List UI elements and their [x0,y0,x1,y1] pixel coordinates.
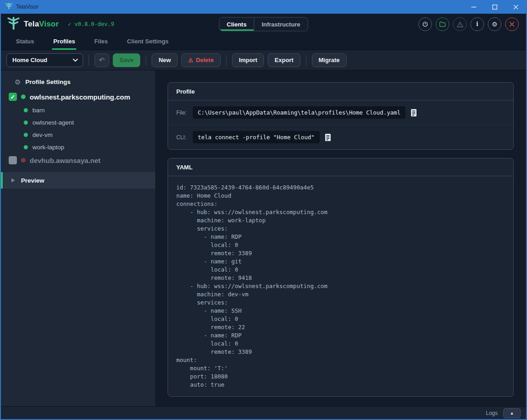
hub-name: devhub.awansaya.net [30,157,100,164]
export-button[interactable]: Export [268,53,300,67]
tab-bar: Status Profiles Files Client Settings [1,35,526,50]
main-panel: Profile File: C:\Users\paul\AppData\Roam… [156,70,526,406]
hub-name: owlsnest.parkscomputing.com [30,93,130,101]
hub-item-owlsnest[interactable]: ✓ owlsnest.parkscomputing.com [1,93,155,101]
chevron-down-icon [73,58,78,62]
gear-icon[interactable]: ⚙ [488,17,501,31]
warning-icon[interactable] [453,17,467,31]
profile-select-value: Home Cloud [12,57,47,63]
app-title: TelaVisor [24,20,59,29]
copy-icon [325,133,331,142]
file-field-row: File: C:\Users\paul\AppData\Roaming\tela… [168,100,513,125]
hub-checkbox[interactable]: ✓ [9,93,17,101]
window-title: TelaVisor [16,4,38,10]
status-dot-green [21,94,26,99]
cli-label: CLI: [176,134,193,141]
mode-tab-clients[interactable]: Clients [220,18,254,31]
copy-file-path-button[interactable] [411,109,417,117]
toolbar-separator [306,55,306,66]
close-window-button[interactable] [505,0,526,14]
minimize-button[interactable] [463,0,484,14]
warning-triangle-icon: ⚠ [188,58,193,63]
profile-card-title: Profile [168,83,513,100]
undo-icon: ↶ [99,57,105,63]
machine-item-work-laptop[interactable]: work-laptop [1,144,155,151]
machine-item-owlsnest-agent[interactable]: owlsnest-agent [1,119,155,126]
profile-sidebar: ⚙ Profile Settings ✓ owlsnest.parkscompu… [1,70,156,406]
import-button[interactable]: Import [232,53,264,67]
gear-icon: ⚙ [15,79,21,85]
machine-name: dev-vm [32,131,53,138]
profile-settings-item[interactable]: ⚙ Profile Settings [1,79,155,85]
yaml-card: YAML id: 7323a585-2439-4764-860d-64c8949… [168,158,514,397]
status-dot-red [21,158,26,163]
status-dot-green [24,108,28,112]
close-icon[interactable] [505,17,519,31]
logs-label: Logs [486,410,498,416]
triangle-up-icon: ▲ [510,411,514,415]
undo-button[interactable]: ↶ [95,53,109,67]
brand: TelaVisor ✓ v0.8.0-dev.9 [1,16,114,32]
profile-settings-label: Profile Settings [25,79,70,85]
new-button[interactable]: New [152,53,178,67]
tab-profiles[interactable]: Profiles [52,35,77,50]
machine-name: work-laptop [32,144,64,151]
tab-status[interactable]: Status [15,35,36,50]
sidebar-item-preview[interactable]: Preview [1,172,155,189]
power-icon[interactable] [418,17,432,31]
hub-checkbox[interactable] [9,156,17,164]
tab-client-settings[interactable]: Client Settings [126,35,170,50]
profiles-toolbar: Home Cloud ↶ Save New ⚠ Delete Import Ex… [1,50,526,70]
tab-files[interactable]: Files [93,35,109,50]
machine-name: owlsnest-agent [32,119,74,126]
hub-item-devhub[interactable]: devhub.awansaya.net [1,156,155,164]
machine-item-barn[interactable]: barn [1,107,155,114]
migrate-button[interactable]: Migrate [312,53,347,67]
toolbar-separator [89,55,89,66]
copy-icon [411,109,417,117]
status-dot-green [24,121,28,125]
app-logo-icon [7,16,20,32]
mode-toggle: Clients Infrastructure [219,17,308,31]
cli-field-row: CLI: tela connect -profile "Home Cloud" [168,125,513,149]
machine-name: barn [32,107,45,114]
yaml-card-title: YAML [168,158,513,176]
toolbar-separator [146,55,146,66]
copy-cli-command-button[interactable] [325,133,331,142]
toolbar-separator [226,55,227,66]
cli-command-value: tela connect -profile "Home Cloud" [193,131,320,143]
maximize-button[interactable] [484,0,505,14]
profile-card: Profile File: C:\Users\paul\AppData\Roam… [168,82,514,150]
status-bar: Logs ▲ [1,406,526,419]
version-badge: ✓ v0.8.0-dev.9 [68,21,114,27]
info-icon[interactable]: i [470,17,484,31]
app-header: TelaVisor ✓ v0.8.0-dev.9 Clients Infrast… [1,14,526,35]
file-path-value: C:\Users\paul\AppData\Roaming\tela\profi… [193,106,406,119]
mode-tab-infrastructure[interactable]: Infrastructure [254,18,308,31]
yaml-preview: id: 7323a585-2439-4764-860d-64c89490a4e5… [168,176,513,396]
folder-icon[interactable] [436,17,449,31]
chevron-right-icon [11,178,16,183]
delete-button[interactable]: ⚠ Delete [181,53,221,67]
preview-label: Preview [21,177,44,184]
logs-toggle-button[interactable]: ▲ [503,408,521,418]
app-window: TelaVisor TelaVisor ✓ v0 [0,0,527,420]
status-dot-green [24,133,28,137]
header-actions: i ⚙ [418,17,526,31]
file-label: File: [176,110,193,116]
titlebar: TelaVisor [1,0,526,14]
save-button[interactable]: Save [113,53,140,67]
app-logo-icon-small [5,2,12,11]
profile-select[interactable]: Home Cloud [6,53,83,67]
machine-item-dev-vm[interactable]: dev-vm [1,131,155,138]
status-dot-green [24,145,28,149]
